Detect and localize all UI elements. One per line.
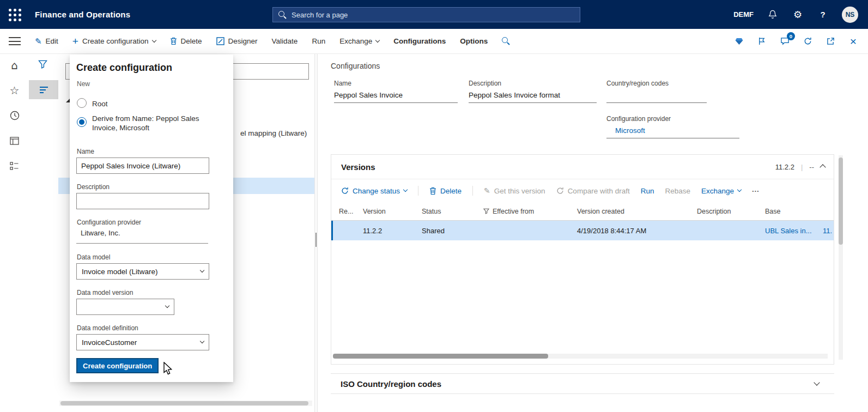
list-lines-icon [40, 85, 48, 95]
field-value[interactable]: Peppol Sales Invoice [334, 91, 458, 103]
field-value[interactable]: Peppol Sales Invoice format [469, 91, 597, 103]
column-header[interactable]: Re... [339, 208, 363, 215]
versions-header[interactable]: Versions 11.2.2 | -- [331, 155, 834, 179]
column-header[interactable]: Version created [577, 208, 697, 215]
name-label: Name [77, 148, 94, 155]
field-label: Configuration provider [606, 115, 739, 123]
delete-version-button[interactable]: Delete [429, 187, 462, 195]
tree-horizontal-scrollbar[interactable] [59, 401, 312, 406]
plus-icon: + [72, 38, 78, 45]
splitter-handle[interactable] [315, 233, 317, 247]
mouse-cursor-icon [161, 362, 173, 376]
field-configuration-provider: Configuration provider Microsoft [606, 115, 739, 138]
messages-icon[interactable]: 0 [779, 35, 791, 47]
radio-derive-selected[interactable] [77, 117, 87, 127]
data-model-dropdown[interactable]: Invoice model (Litware) [76, 263, 209, 280]
selected-value: Invoice model (Litware) [82, 268, 158, 276]
edit-button[interactable]: ✎ Edit [35, 37, 58, 46]
task-guide-flag-icon[interactable] [756, 35, 768, 47]
chevron-down-icon [200, 339, 204, 343]
column-header[interactable]: Version [363, 208, 422, 215]
settings-gear-icon[interactable]: ⚙ [792, 9, 804, 21]
description-input[interactable] [76, 193, 209, 209]
pencil-icon: ✎ [484, 186, 490, 195]
column-header[interactable]: Base [765, 208, 823, 215]
validate-button[interactable]: Validate [272, 37, 298, 45]
tab-configurations[interactable]: Configurations [393, 37, 446, 45]
open-in-new-window-icon[interactable] [824, 35, 836, 47]
radio-root[interactable] [77, 98, 87, 108]
designer-button[interactable]: Designer [216, 37, 258, 45]
versions-table-header: Re... Version Status Effective from Vers… [331, 202, 834, 221]
get-this-version-button[interactable]: ✎ Get this version [484, 186, 545, 195]
versions-toolbar: Change status Delete ✎ Get this version … [331, 179, 834, 202]
scrollbar-thumb[interactable] [333, 354, 548, 359]
expand-chevron-icon[interactable] [814, 379, 820, 385]
exchange-menu-button[interactable]: Exchange [339, 37, 379, 45]
column-header[interactable]: Description [697, 208, 765, 215]
notifications-bell-icon[interactable] [767, 9, 779, 21]
base-link[interactable]: UBL Sales in... [765, 227, 823, 235]
assistant-gem-icon[interactable] [733, 35, 745, 47]
radio-root-label[interactable]: Root [92, 99, 108, 108]
page-search-box[interactable] [272, 7, 580, 22]
more-commands-button[interactable]: ··· [752, 187, 760, 195]
filter-funnel-icon[interactable] [38, 60, 47, 71]
run-button[interactable]: Run [312, 37, 325, 45]
collapse-chevron-icon[interactable] [820, 164, 825, 170]
run-version-button[interactable]: Run [641, 187, 654, 195]
tab-options[interactable]: Options [460, 37, 488, 45]
column-header[interactable]: Effective from [483, 208, 577, 215]
scrollbar-thumb[interactable] [839, 157, 843, 245]
column-header[interactable]: Status [422, 208, 483, 215]
rebase-button[interactable]: Rebase [665, 187, 690, 195]
create-configuration-button[interactable]: + Create configuration [72, 37, 156, 45]
refresh-icon[interactable] [802, 35, 814, 47]
favorites-star-icon[interactable]: ☆ [9, 85, 21, 96]
data-model-definition-dropdown[interactable]: InvoiceCustomer [76, 334, 209, 350]
field-country-region-codes: Country/region codes [606, 80, 707, 103]
recent-clock-icon[interactable] [9, 110, 21, 121]
provider-link[interactable]: Microsoft [606, 126, 739, 138]
delete-button[interactable]: Delete [170, 37, 202, 45]
tree-list-view-toggle[interactable] [29, 80, 58, 99]
name-input[interactable] [76, 157, 209, 174]
iso-country-region-section[interactable]: ISO Country/region codes [331, 373, 834, 394]
data-model-version-dropdown[interactable] [76, 299, 174, 315]
versions-horizontal-scrollbar[interactable] [333, 354, 828, 359]
close-icon[interactable]: × [847, 35, 859, 47]
help-icon[interactable]: ? [817, 9, 829, 21]
scrollbar-thumb[interactable] [60, 401, 308, 405]
field-description: Description Peppol Sales Invoice format [469, 80, 597, 103]
search-icon [278, 11, 287, 19]
create-configuration-submit-button[interactable]: Create configuration [76, 358, 159, 373]
data-model-label: Data model [77, 253, 110, 261]
compare-with-draft-button[interactable]: Compare with draft [556, 187, 630, 195]
configuration-provider-label: Configuration provider [77, 219, 141, 226]
draft-placeholder: -- [809, 163, 814, 171]
modules-hierarchy-icon[interactable] [9, 160, 21, 171]
navigation-menu-icon[interactable] [9, 37, 21, 48]
versions-panel: Versions 11.2.2 | -- Change status De [331, 154, 834, 365]
page-caption: Configurations [331, 62, 380, 70]
radio-derive-label[interactable]: Derive from Name: Peppol Sales Invoice, … [92, 114, 218, 132]
base-version-cell[interactable]: 11. [823, 227, 834, 235]
configuration-provider-value[interactable]: Litware, Inc. [76, 229, 208, 244]
field-value[interactable] [606, 91, 707, 103]
search-input[interactable] [292, 11, 574, 19]
tree-item-label[interactable]: el mapping (Litware) [240, 129, 307, 137]
version-row-selected[interactable]: 11.2.2 Shared 4/19/2018 8:44:17 AM UBL S… [331, 221, 834, 240]
home-icon[interactable]: ⌂ [9, 60, 21, 71]
chevron-down-icon [151, 38, 156, 42]
user-avatar[interactable]: NS [842, 7, 858, 23]
app-title: Finance and Operations [35, 0, 130, 29]
status-cell: Shared [422, 227, 483, 235]
change-status-button[interactable]: Change status [341, 187, 407, 195]
chevron-down-icon [737, 187, 742, 192]
company-selector[interactable]: DEMF [733, 10, 754, 19]
workspaces-icon[interactable] [9, 135, 21, 146]
content-vertical-scrollbar[interactable] [839, 155, 843, 360]
app-launcher-icon[interactable] [8, 8, 22, 22]
actionbar-search-button[interactable] [502, 37, 510, 45]
exchange-version-button[interactable]: Exchange [701, 187, 741, 195]
